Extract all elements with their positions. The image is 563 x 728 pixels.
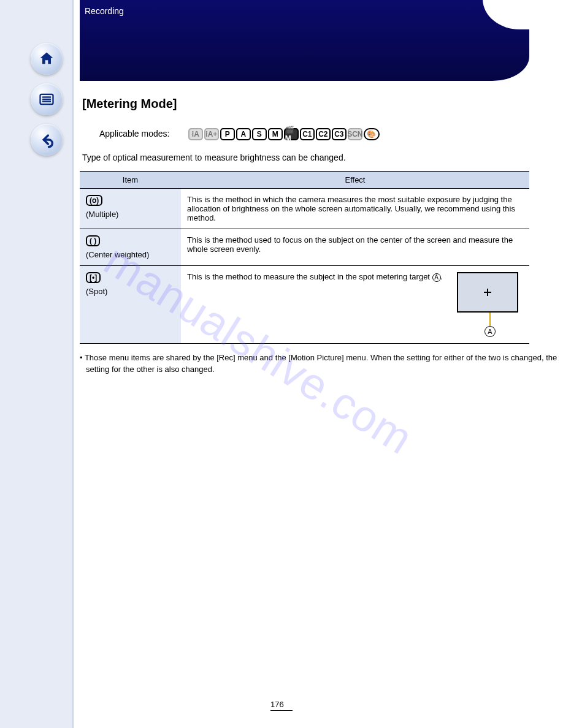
home-icon [38, 50, 55, 67]
page-number: 176 [270, 700, 293, 711]
note-item: • Those menu items are shared by the [Re… [80, 352, 563, 376]
center-icon: ( ) [86, 235, 100, 246]
modes-label: Applicable modes: [99, 129, 169, 138]
mode-chip-p: P [220, 128, 235, 140]
mode-chip-scn: SCN [348, 128, 362, 140]
mode-icons: iA iA+ P A S M 🎬M C1 C2 C3 SCN 🎨 [188, 128, 380, 140]
applicable-modes-row: Applicable modes: iA iA+ P A S M 🎬M C1 C… [99, 128, 563, 140]
spot-icon: [•] [86, 272, 101, 283]
spot-target-rect [457, 272, 518, 313]
mode-chip-ia: iA [188, 128, 203, 140]
spot-effect-text: This is the method to measure the subjec… [187, 272, 432, 281]
back-button[interactable] [31, 124, 63, 156]
spot-figure: A [457, 272, 523, 337]
menu-button[interactable] [31, 83, 63, 115]
breadcrumb: Recording [85, 6, 124, 16]
center-effect: This is the method used to focus on the … [181, 229, 529, 266]
left-rail [0, 0, 74, 728]
mode-chip-creative: 🎨 [364, 128, 380, 140]
mode-chip-a: A [236, 128, 251, 140]
mode-chip-iaplus: iA+ [204, 128, 219, 140]
table-row: ( ) (Center weighted) This is the method… [80, 229, 529, 266]
table-row: [•] (Spot) A This is the method to measu… [80, 266, 529, 344]
marker-a-inline: A [432, 273, 441, 282]
multiple-label: (Multiple) [86, 210, 175, 219]
center-label: (Center weighted) [86, 250, 175, 259]
menu-icon [38, 91, 55, 108]
th-item: Item [80, 172, 181, 189]
page-content: Recording [Metering Mode] Applicable mod… [80, 0, 563, 379]
mode-chip-c1: C1 [300, 128, 315, 140]
th-effect: Effect [181, 172, 529, 189]
top-banner: Recording [80, 0, 529, 81]
multiple-effect: This is the method in which the camera m… [181, 189, 529, 229]
back-icon [38, 131, 55, 148]
home-button[interactable] [31, 43, 63, 75]
mode-chip-s: S [252, 128, 267, 140]
multiple-icon: (o) [86, 195, 102, 206]
section-title: [Metering Mode] [82, 97, 563, 111]
mode-chip-movie: 🎬M [284, 128, 299, 140]
spot-label: (Spot) [86, 287, 175, 296]
spot-effect-suffix: . [441, 272, 443, 281]
marker-a: A [484, 326, 496, 337]
intro-text: Type of optical measurement to measure b… [82, 151, 563, 164]
table-row: (o) (Multiple) This is the method in whi… [80, 189, 529, 229]
notes-list: • Those menu items are shared by the [Re… [80, 352, 563, 376]
spot-effect-cell: A This is the method to measure the subj… [181, 266, 529, 344]
mode-chip-c2: C2 [316, 128, 331, 140]
mode-chip-c3: C3 [332, 128, 347, 140]
mode-chip-m: M [268, 128, 283, 140]
metering-table: Item Effect (o) (Multiple) This is the m… [80, 171, 529, 344]
